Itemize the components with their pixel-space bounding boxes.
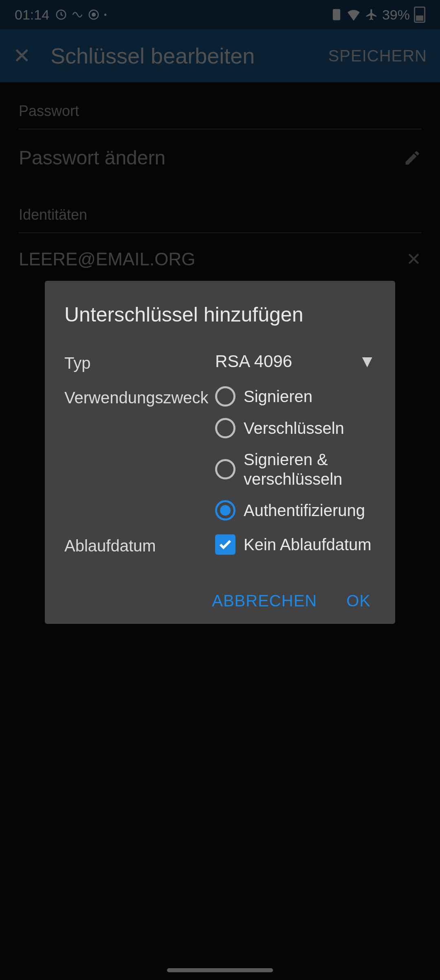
ok-button[interactable]: OK [346, 592, 371, 610]
type-label: Typ [64, 352, 215, 372]
dialog-title: Unterschlüssel hinzufügen [64, 303, 376, 326]
usage-radio-group: Signieren Verschlüsseln Signieren & vers… [215, 386, 376, 521]
radio-sign-encrypt[interactable]: Signieren & verschlüsseln [215, 450, 376, 489]
home-indicator[interactable] [167, 968, 273, 972]
radio-encrypt[interactable]: Verschlüsseln [215, 418, 376, 438]
radio-auth[interactable]: Authentifizierung [215, 500, 376, 521]
checkbox-icon [215, 534, 235, 555]
radio-label: Authentifizierung [244, 501, 365, 520]
radio-icon [215, 418, 235, 438]
navigation-bar [0, 960, 440, 980]
no-expiry-checkbox[interactable]: Kein Ablaufdatum [215, 534, 376, 555]
type-value: RSA 4096 [215, 352, 292, 371]
no-expiry-label: Kein Ablaufdatum [244, 536, 372, 554]
add-subkey-dialog: Unterschlüssel hinzufügen Typ RSA 4096 ▼… [45, 281, 395, 624]
type-dropdown[interactable]: RSA 4096 ▼ [215, 352, 376, 371]
radio-sign[interactable]: Signieren [215, 386, 376, 407]
radio-icon-checked [215, 500, 235, 521]
chevron-down-icon: ▼ [359, 352, 376, 371]
radio-label: Verschlüsseln [244, 418, 344, 438]
usage-label: Verwendungszweck [64, 386, 215, 407]
expiry-label: Ablaufdatum [64, 534, 215, 555]
radio-icon [215, 386, 235, 407]
cancel-button[interactable]: ABBRECHEN [212, 592, 317, 610]
radio-label: Signieren [244, 387, 312, 406]
radio-icon [215, 459, 235, 479]
radio-label: Signieren & verschlüsseln [244, 450, 376, 489]
